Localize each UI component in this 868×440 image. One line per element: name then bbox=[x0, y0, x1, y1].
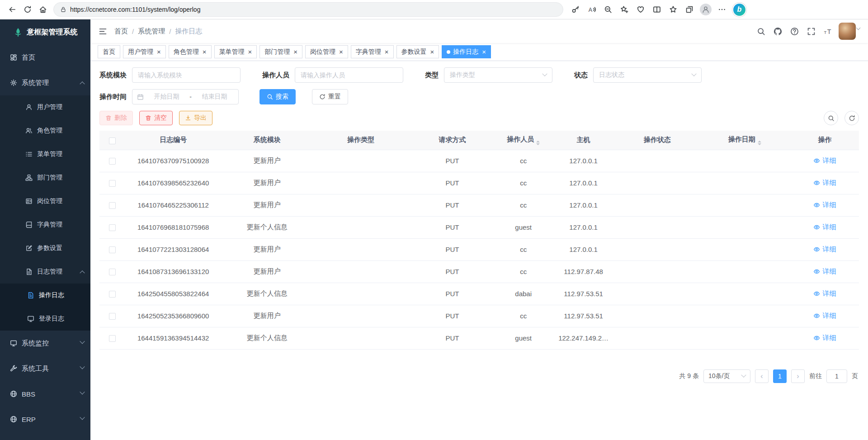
copilot-icon[interactable]: b bbox=[733, 4, 745, 16]
tab[interactable]: 用户管理× bbox=[123, 45, 166, 58]
sidebar-item[interactable]: 系统管理 bbox=[0, 70, 90, 95]
detail-link[interactable]: 详细 bbox=[813, 267, 836, 276]
cell-status bbox=[616, 194, 698, 216]
tab[interactable]: 首页 bbox=[98, 45, 120, 58]
detail-link[interactable]: 详细 bbox=[813, 223, 836, 232]
row-checkbox[interactable] bbox=[109, 202, 116, 209]
detail-link[interactable]: 详细 bbox=[813, 312, 836, 320]
header-search-button[interactable] bbox=[755, 25, 767, 37]
reset-button[interactable]: 重置 bbox=[312, 89, 348, 104]
close-icon[interactable]: × bbox=[482, 48, 486, 55]
sidebar-item[interactable]: 用户管理 bbox=[0, 95, 90, 119]
collections-button[interactable] bbox=[682, 2, 697, 17]
user-menu[interactable] bbox=[839, 23, 860, 40]
next-page-button[interactable]: › bbox=[791, 369, 805, 383]
module-input[interactable] bbox=[132, 67, 241, 83]
select-all-checkbox[interactable] bbox=[109, 137, 116, 144]
browser-refresh-button[interactable] bbox=[20, 2, 35, 17]
page-jump-input[interactable] bbox=[826, 369, 847, 383]
sidebar-item[interactable]: 操作日志 bbox=[0, 284, 90, 307]
column-header-date[interactable]: 操作日期 bbox=[698, 131, 790, 150]
sidebar-item[interactable]: 登录日志 bbox=[0, 307, 90, 331]
sidebar-item[interactable]: Yi框架 bbox=[0, 432, 90, 440]
close-icon[interactable]: × bbox=[248, 48, 252, 55]
clear-button[interactable]: 清空 bbox=[139, 111, 173, 125]
sidebar-item[interactable]: 首页 bbox=[0, 45, 90, 70]
browser-back-button[interactable] bbox=[5, 2, 20, 17]
sidebar-item[interactable]: 菜单管理 bbox=[0, 142, 90, 166]
close-icon[interactable]: × bbox=[157, 48, 161, 55]
sort-icon[interactable] bbox=[536, 141, 540, 145]
sidebar-item[interactable]: BBS bbox=[0, 381, 90, 407]
row-checkbox[interactable] bbox=[109, 335, 116, 342]
browser-profile-button[interactable] bbox=[698, 2, 713, 17]
sort-icon[interactable] bbox=[758, 141, 761, 145]
close-icon[interactable]: × bbox=[339, 48, 343, 55]
browser-menu-button[interactable] bbox=[714, 2, 730, 17]
detail-link[interactable]: 详细 bbox=[813, 156, 836, 165]
operator-input[interactable] bbox=[295, 67, 403, 83]
prev-page-button[interactable]: ‹ bbox=[755, 369, 769, 383]
address-bar[interactable]: https://ccnetcore.com:1101/system/log/op… bbox=[53, 2, 563, 17]
delete-button[interactable]: 删除 bbox=[99, 111, 133, 125]
zoom-button[interactable] bbox=[600, 2, 616, 17]
toggle-search-button[interactable] bbox=[824, 111, 838, 125]
sidebar-item[interactable]: 角色管理 bbox=[0, 119, 90, 142]
sidebar-item[interactable]: 部门管理 bbox=[0, 166, 90, 189]
date-range-picker[interactable]: 开始日期 - 结束日期 bbox=[132, 89, 239, 104]
browser-essentials-button[interactable] bbox=[633, 2, 648, 17]
detail-link[interactable]: 详细 bbox=[813, 179, 836, 187]
row-checkbox[interactable] bbox=[109, 269, 116, 275]
breadcrumb-home[interactable]: 首页 bbox=[114, 27, 128, 36]
tab[interactable]: 字典管理× bbox=[351, 45, 394, 58]
detail-link[interactable]: 详细 bbox=[813, 201, 836, 209]
close-icon[interactable]: × bbox=[293, 48, 297, 55]
read-aloud-button[interactable]: A bbox=[584, 2, 599, 17]
split-screen-button[interactable] bbox=[649, 2, 665, 17]
github-button[interactable] bbox=[772, 25, 783, 37]
sidebar-item[interactable]: 系统工具 bbox=[0, 356, 90, 381]
detail-link[interactable]: 详细 bbox=[813, 289, 836, 298]
favorites-button[interactable] bbox=[665, 2, 681, 17]
page-size-select[interactable]: 10条/页 bbox=[703, 369, 750, 383]
tab[interactable]: 角色管理× bbox=[169, 45, 212, 58]
browser-home-button[interactable] bbox=[35, 2, 51, 17]
sidebar-item[interactable]: 日志管理 bbox=[0, 260, 90, 284]
status-select[interactable]: 日志状态 bbox=[593, 67, 702, 83]
type-select[interactable]: 操作类型 bbox=[444, 67, 552, 83]
row-checkbox[interactable] bbox=[109, 291, 116, 298]
row-checkbox[interactable] bbox=[109, 313, 116, 320]
detail-link[interactable]: 详细 bbox=[813, 334, 836, 342]
export-button[interactable]: 导出 bbox=[179, 111, 212, 125]
sidebar-item[interactable]: 参数设置 bbox=[0, 237, 90, 260]
cell-id: 1644159136394514432 bbox=[125, 327, 222, 349]
add-favorite-button[interactable] bbox=[617, 2, 632, 17]
help-button[interactable] bbox=[788, 25, 800, 37]
close-icon[interactable]: × bbox=[385, 48, 389, 55]
tab[interactable]: 部门管理× bbox=[259, 45, 302, 58]
column-header-operator[interactable]: 操作人员 bbox=[495, 131, 551, 150]
sidebar-item[interactable]: 字典管理 bbox=[0, 213, 90, 237]
search-button[interactable]: 搜索 bbox=[259, 89, 296, 104]
fullscreen-button[interactable] bbox=[805, 25, 817, 37]
close-icon[interactable]: × bbox=[203, 48, 207, 55]
row-checkbox[interactable] bbox=[109, 224, 116, 231]
font-size-button[interactable]: TT bbox=[822, 25, 834, 37]
row-checkbox[interactable] bbox=[109, 246, 116, 253]
hamburger-icon[interactable] bbox=[99, 27, 107, 36]
page-number-button[interactable]: 1 bbox=[773, 369, 787, 383]
sidebar-item[interactable]: ERP bbox=[0, 407, 90, 432]
tab[interactable]: 操作日志× bbox=[442, 45, 491, 58]
sidebar-item[interactable]: 岗位管理 bbox=[0, 189, 90, 213]
refresh-table-button[interactable] bbox=[844, 111, 859, 125]
row-checkbox[interactable] bbox=[109, 180, 116, 187]
breadcrumb-system[interactable]: 系统管理 bbox=[138, 27, 165, 36]
tab[interactable]: 参数设置× bbox=[396, 45, 439, 58]
row-checkbox[interactable] bbox=[109, 158, 116, 165]
sidebar-item[interactable]: 系统监控 bbox=[0, 331, 90, 356]
detail-link[interactable]: 详细 bbox=[813, 245, 836, 254]
close-icon[interactable]: × bbox=[430, 48, 434, 55]
password-button[interactable] bbox=[568, 2, 583, 17]
tab[interactable]: 岗位管理× bbox=[305, 45, 348, 58]
tab[interactable]: 菜单管理× bbox=[214, 45, 257, 58]
